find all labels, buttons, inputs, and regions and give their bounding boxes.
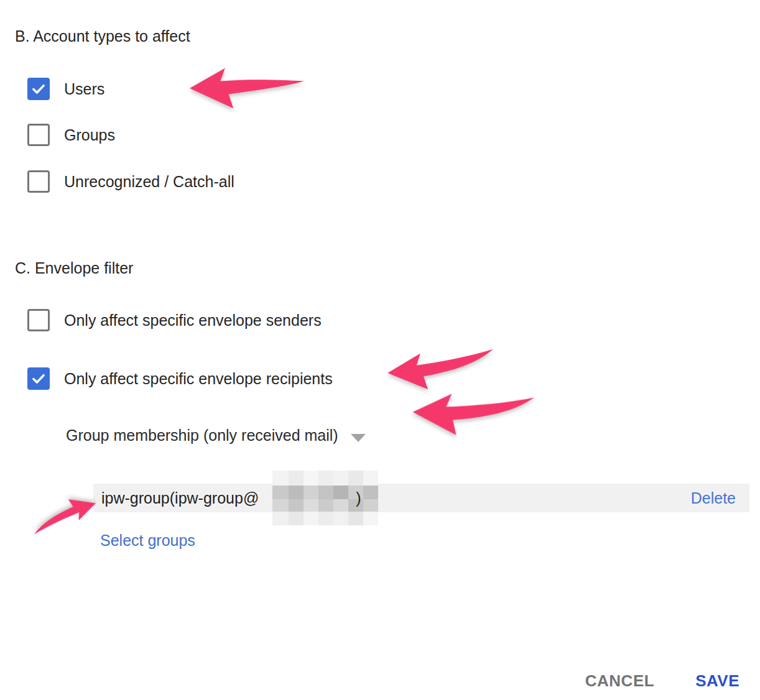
dialog-footer: CANCEL SAVE bbox=[584, 670, 741, 692]
envelope-recipients-checkbox[interactable] bbox=[27, 367, 50, 390]
cancel-button[interactable]: CANCEL bbox=[584, 670, 656, 692]
checkbox-row-envelope-senders: Only affect specific envelope senders bbox=[27, 309, 322, 331]
redacted-domain-gap bbox=[259, 498, 356, 499]
group-entry-prefix: ipw-group(ipw-group@ bbox=[101, 489, 259, 507]
annotation-arrow-users bbox=[188, 63, 307, 111]
group-entry-text: ipw-group(ipw-group@ ) bbox=[101, 489, 361, 507]
unrecognized-checkbox[interactable] bbox=[27, 170, 50, 193]
filter-type-dropdown[interactable]: Group membership (only received mail) bbox=[66, 426, 366, 444]
group-entry-suffix: ) bbox=[356, 489, 361, 507]
mail-routing-settings-dialog: B. Account types to affect Users Groups … bbox=[0, 0, 760, 700]
users-checkbox[interactable] bbox=[27, 78, 50, 100]
envelope-senders-checkbox-label[interactable]: Only affect specific envelope senders bbox=[64, 311, 322, 329]
save-button[interactable]: SAVE bbox=[694, 670, 741, 692]
chevron-down-icon bbox=[351, 434, 366, 442]
annotation-arrow-dropdown bbox=[409, 382, 537, 445]
checkbox-row-users: Users bbox=[27, 78, 104, 100]
groups-checkbox[interactable] bbox=[27, 124, 50, 146]
annotation-arrow-group-row bbox=[26, 492, 101, 537]
checkbox-row-unrecognized: Unrecognized / Catch-all bbox=[27, 170, 234, 193]
section-b-title: B. Account types to affect bbox=[15, 27, 190, 45]
selected-group-row: ipw-group(ipw-group@ ) Delete bbox=[93, 484, 749, 512]
delete-group-button[interactable]: Delete bbox=[691, 489, 736, 507]
filter-type-dropdown-value: Group membership (only received mail) bbox=[66, 426, 338, 444]
envelope-recipients-checkbox-label[interactable]: Only affect specific envelope recipients bbox=[64, 370, 333, 388]
checkmark-icon bbox=[30, 370, 47, 387]
groups-checkbox-label[interactable]: Groups bbox=[64, 126, 115, 144]
unrecognized-checkbox-label[interactable]: Unrecognized / Catch-all bbox=[64, 173, 234, 191]
section-c-title: C. Envelope filter bbox=[15, 259, 133, 277]
checkbox-row-groups: Groups bbox=[27, 124, 115, 146]
select-groups-link[interactable]: Select groups bbox=[100, 532, 195, 550]
users-checkbox-label[interactable]: Users bbox=[64, 80, 104, 98]
checkbox-row-envelope-recipients: Only affect specific envelope recipients bbox=[27, 367, 333, 390]
checkmark-icon bbox=[30, 80, 47, 98]
envelope-senders-checkbox[interactable] bbox=[27, 309, 50, 331]
